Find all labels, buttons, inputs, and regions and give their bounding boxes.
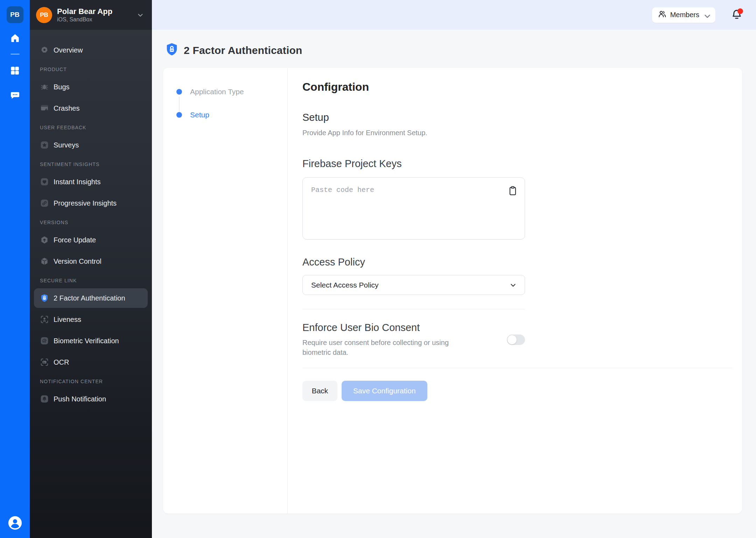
sidebar-item-label: Version Control — [54, 257, 102, 265]
sidebar-item-label: Force Update — [54, 236, 96, 244]
sidebar-item-instant-insights[interactable]: Instant Insights — [34, 172, 148, 192]
sidebar-item-surveys[interactable]: Surveys — [34, 135, 148, 155]
step-dot — [176, 89, 182, 95]
sidebar-item-label: Crashes — [54, 104, 79, 112]
face-scan-icon — [40, 315, 49, 324]
config-card: Application TypeSetup Configration Setup… — [163, 68, 742, 513]
arrow-up-hex-icon — [40, 235, 49, 244]
firebase-keys-input[interactable] — [302, 177, 525, 240]
setup-section-subtitle: Provide App Info for Environment Setup. — [302, 129, 732, 137]
app-title: Polar Bear App — [57, 7, 136, 16]
sidebar-item-bugs[interactable]: Bugs — [34, 77, 148, 97]
sidebar-item-biometric-verification[interactable]: Biometric Verification — [34, 331, 148, 351]
page-title-text: 2 Factor Authentication — [184, 44, 302, 56]
bio-consent-label: Enforce User Bio Consent — [302, 322, 460, 333]
workspace-logo[interactable]: PB — [7, 6, 23, 23]
shield-lock-icon — [40, 294, 49, 303]
notifications-bell-button[interactable] — [730, 8, 743, 22]
link-badge-icon — [40, 199, 49, 208]
sidebar-item-label: Biometric Verification — [54, 337, 119, 345]
chevron-down-icon — [136, 11, 144, 19]
sidebar-item-version-control[interactable]: Version Control — [34, 251, 148, 271]
topbar: Members — [152, 0, 756, 30]
user-avatar-icon[interactable] — [7, 515, 23, 531]
chevron-down-icon — [509, 281, 517, 289]
app-avatar: PB — [36, 7, 52, 23]
sidebar-item-label: Surveys — [54, 141, 79, 149]
bio-consent-description: Require user consent before collecting o… — [302, 338, 460, 357]
sidebar-item-force-update[interactable]: Force Update — [34, 230, 148, 250]
section-label-versions: VERSIONS — [34, 220, 148, 225]
step-setup[interactable]: Setup — [176, 111, 287, 119]
firebase-keys-field — [302, 177, 525, 241]
members-label: Members — [670, 11, 699, 19]
sidebar-item-2-factor-authentication[interactable]: 2 Factor Authentication — [34, 288, 148, 308]
page-content: 2 Factor Authentication Application Type… — [152, 30, 756, 538]
chat-icon[interactable] — [9, 90, 21, 101]
section-label-notification-center: NOTIFICATION CENTER — [34, 379, 148, 384]
sidebar-item-label: Push Notification — [54, 395, 106, 403]
page-title: 2 Factor Authentication — [165, 42, 756, 58]
overview-icon — [40, 46, 49, 55]
toggle-knob — [507, 335, 517, 344]
sidebar-item-label: Instant Insights — [54, 178, 101, 186]
section-label-sentiment-insights: SENTIMENT INSIGHTS — [34, 161, 148, 167]
crash-icon — [40, 104, 49, 113]
app-subtitle: iOS, SandBox — [57, 16, 136, 23]
access-policy-selected-value: Select Access Policy — [311, 281, 379, 289]
heart-badge-icon — [40, 177, 49, 186]
sidebar-item-liveness[interactable]: Liveness — [34, 310, 148, 329]
sidebar-item-crashes[interactable]: Crashes — [34, 98, 148, 118]
sidebar-item-label: Liveness — [54, 316, 81, 324]
back-button[interactable]: Back — [302, 381, 337, 401]
members-button[interactable]: Members — [652, 7, 715, 23]
sidebar-item-push-notification[interactable]: Push Notification — [34, 389, 148, 409]
app-switcher[interactable]: PB Polar Bear App iOS, SandBox — [30, 0, 152, 30]
stepper-connector — [179, 97, 180, 112]
main-area: Members 2 Factor Authentication Applicat… — [152, 0, 756, 538]
sidebar-item-overview[interactable]: Overview — [34, 40, 148, 60]
form-heading: Configration — [302, 81, 732, 94]
sidebar-nav: OverviewPRODUCTBugsCrashesUSER FEEDBACKS… — [30, 30, 152, 538]
home-icon[interactable] — [9, 32, 21, 43]
stepper: Application TypeSetup — [163, 68, 288, 513]
step-application-type[interactable]: Application Type — [176, 88, 287, 96]
bio-consent-toggle[interactable] — [507, 334, 525, 345]
form-actions: Back Save Configuration — [302, 381, 732, 401]
firebase-keys-label: Firebase Project Keys — [302, 158, 732, 170]
section-label-secure-link: SECURE LINK — [34, 278, 148, 283]
sidebar-item-label: Bugs — [54, 83, 70, 91]
step-label: Setup — [190, 111, 209, 119]
sidebar-item-progressive-insights[interactable]: Progressive Insights — [34, 193, 148, 213]
bell-icon — [731, 16, 743, 21]
save-configuration-button[interactable]: Save Configuration — [342, 381, 427, 401]
card-scan-icon — [40, 358, 49, 367]
star-badge-icon — [40, 140, 49, 150]
divider — [302, 309, 525, 309]
bug-icon — [40, 82, 49, 91]
access-policy-select[interactable]: Select Access Policy — [302, 275, 525, 295]
rail-divider — [10, 54, 20, 55]
sidebar-item-ocr[interactable]: OCR — [34, 352, 148, 372]
chevron-down-icon — [703, 12, 710, 19]
section-label-product: PRODUCT — [34, 67, 148, 72]
setup-section-title: Setup — [302, 112, 732, 123]
access-policy-label: Access Policy — [302, 256, 732, 268]
icon-rail: PB — [0, 0, 30, 538]
fingerprint-badge-icon — [40, 336, 49, 345]
apps-grid-icon[interactable] — [9, 65, 21, 76]
sidebar-item-label: Progressive Insights — [54, 199, 117, 207]
configuration-form: Configration Setup Provide App Info for … — [288, 68, 742, 513]
step-label: Application Type — [190, 88, 244, 96]
shield-lock-icon — [165, 42, 178, 58]
bio-consent-row: Enforce User Bio Consent Require user co… — [302, 322, 525, 357]
sidebar-item-label: 2 Factor Authentication — [54, 294, 125, 302]
clipboard-icon — [507, 193, 518, 198]
section-label-user-feedback: USER FEEDBACK — [34, 125, 148, 130]
sidebar-item-label: Overview — [54, 46, 83, 54]
notification-dot — [737, 8, 743, 14]
members-icon — [658, 9, 667, 20]
sidebar: PB Polar Bear App iOS, SandBox OverviewP… — [30, 0, 152, 538]
sidebar-item-label: OCR — [54, 358, 69, 366]
paste-from-clipboard-button[interactable] — [507, 185, 519, 198]
